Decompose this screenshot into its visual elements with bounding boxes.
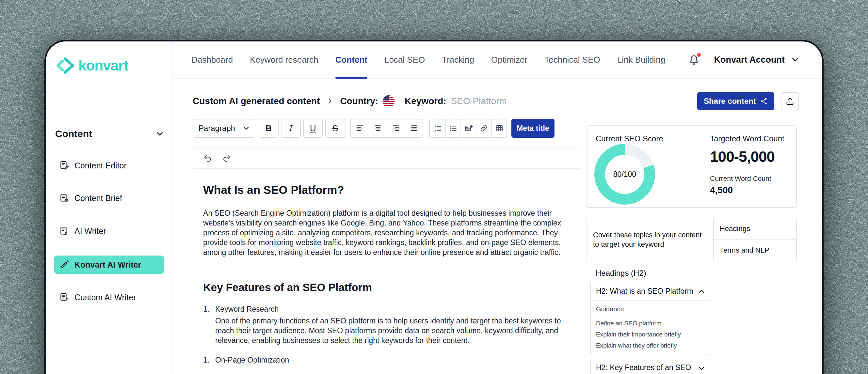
strikethrough-button[interactable]: S	[325, 119, 345, 138]
export-button[interactable]	[781, 92, 799, 110]
chevron-down-icon	[698, 365, 705, 372]
account-name: Konvart Account	[714, 55, 785, 65]
sidebar-item-content-brief[interactable]: Content Brief	[54, 189, 164, 207]
topics-card: Cover these topics in your content to ta…	[586, 218, 797, 262]
list-item-title: On-Page Optimization	[215, 356, 289, 365]
topics-prompt: Cover these topics in your content to ta…	[587, 218, 714, 261]
block-format-select[interactable]: Paragraph	[193, 119, 255, 138]
seo-score-value: 80/100	[594, 144, 655, 205]
chevron-up-icon	[698, 288, 705, 295]
guidance-link[interactable]: Guidance	[596, 305, 624, 313]
insert-link-icon	[480, 124, 488, 133]
share-nodes-icon	[760, 97, 768, 105]
underline-button[interactable]: U	[303, 119, 323, 138]
heading-card-title: H2: What is an SEO Platform	[596, 286, 693, 296]
heading-card-expanded: H2: What is an SEO Platform Guidance Def…	[590, 282, 710, 355]
chevron-down-icon	[243, 125, 249, 132]
align-justify-button[interactable]	[405, 120, 423, 137]
editor-h2: Key Features of an SEO Platform	[203, 281, 570, 294]
current-word-count-value: 4,500	[710, 185, 784, 196]
konvart-diamond-icon	[55, 57, 75, 74]
align-justify-icon	[410, 124, 418, 133]
redo-button[interactable]	[221, 153, 232, 164]
nav-item-optimizer[interactable]: Optimizer	[491, 41, 527, 78]
tab-terms-nlp[interactable]: Terms and NLP	[714, 240, 796, 261]
list-item: 1. On-Page Optimization	[203, 356, 570, 365]
heading-card-body: Guidance Define an SEO platform Explain …	[591, 301, 710, 355]
italic-button[interactable]: I	[281, 119, 301, 138]
content-editor-panel: What Is an SEO Platform? An SEO (Search …	[193, 147, 580, 374]
sidebar-item-ai-writer[interactable]: AI Writer	[54, 222, 164, 240]
alignment-group	[350, 119, 423, 138]
insert-image-button[interactable]	[461, 120, 476, 137]
ordered-list-button[interactable]: 1 2	[430, 120, 445, 137]
nav-item-dashboard[interactable]: Dashboard	[191, 41, 233, 78]
align-center-button[interactable]	[369, 120, 386, 137]
document-pen-icon	[59, 226, 69, 236]
keyword-value: SEO Platform	[451, 96, 507, 106]
sidebar-section-title: Content	[55, 128, 92, 139]
sidebar-item-label: AI Writer	[74, 227, 106, 236]
nav-item-tracking[interactable]: Tracking	[442, 41, 474, 78]
upload-icon	[785, 97, 795, 106]
heading-card-toggle[interactable]: H2: Key Features of an SEO Platform	[591, 359, 710, 374]
sidebar-item-label: Konvart AI Writer	[74, 260, 141, 270]
editor-intro-paragraph: An SEO (Search Engine Optimization) plat…	[203, 208, 570, 257]
guidance-point: Explain their importance briefly	[596, 331, 704, 338]
nav-item-technical-seo[interactable]: Technical SEO	[545, 41, 600, 78]
nav-item-content[interactable]: Content	[335, 41, 367, 78]
breadcrumb-chevron-icon	[326, 98, 334, 105]
block-format-value: Paragraph	[198, 124, 235, 133]
sidebar-section-content[interactable]: Content	[55, 128, 164, 139]
guidance-point: Explain what they offer briefly	[596, 342, 704, 349]
brand-logo[interactable]: konvart	[55, 57, 128, 74]
targeted-word-count-title: Targeted Word Count	[710, 134, 784, 143]
insert-table-button[interactable]	[491, 120, 506, 137]
bold-button[interactable]: B	[259, 119, 279, 138]
notifications-button[interactable]	[688, 54, 700, 66]
page: konvart Content Content Editor	[0, 0, 868, 374]
sidebar-item-label: Custom AI Writer	[74, 293, 136, 302]
app-window: konvart Content Content Editor	[46, 41, 822, 374]
ordered-list-icon: 1 2	[433, 124, 442, 133]
meta-title-button[interactable]: Meta title	[512, 119, 555, 138]
headings-section-label: Headings (H2)	[596, 269, 797, 278]
list-item-number: 1.	[203, 356, 215, 365]
share-content-button[interactable]: Share content	[697, 92, 774, 110]
nav-item-keyword-research[interactable]: Keyword research	[250, 41, 318, 78]
svg-text:1: 1	[434, 125, 436, 128]
sidebar-item-label: Content Editor	[74, 161, 127, 170]
tab-headings[interactable]: Headings	[714, 218, 796, 240]
account-menu[interactable]: Konvart Account	[714, 55, 799, 65]
insert-group: 1 2	[429, 119, 507, 138]
redo-icon	[222, 154, 231, 163]
document-gear-icon	[59, 193, 69, 203]
undo-icon	[203, 154, 212, 163]
undo-button[interactable]	[203, 153, 213, 164]
notification-dot	[697, 53, 701, 57]
current-word-count-label: Current Word Count	[710, 175, 784, 182]
bullet-list-icon	[449, 124, 458, 133]
targeted-word-count-range: 100-5,000	[710, 148, 784, 166]
nav-right: Konvart Account	[688, 41, 799, 78]
bullet-list-button[interactable]	[445, 120, 461, 137]
sidebar-item-konvart-ai-writer[interactable]: Konvart AI Writer	[54, 256, 164, 274]
sidebar-item-content-editor[interactable]: Content Editor	[54, 156, 164, 175]
device-frame: konvart Content Content Editor	[44, 40, 824, 374]
page-header: Custom AI generated content Country: Key…	[193, 91, 799, 111]
editor-history-bar	[193, 148, 580, 169]
list-item: 1. Keyword Research One of the primary f…	[203, 305, 570, 345]
insert-link-button[interactable]	[476, 120, 491, 137]
us-flag-icon	[383, 95, 395, 107]
editor-list: 1. Keyword Research One of the primary f…	[203, 305, 570, 365]
guidance-point: Define an SEO platform	[596, 319, 704, 327]
align-left-button[interactable]	[351, 120, 369, 137]
nav-item-link-building[interactable]: Link Building	[617, 41, 665, 78]
editor-text-area[interactable]: What Is an SEO Platform? An SEO (Search …	[193, 169, 580, 365]
seo-score-title: Current SEO Score	[596, 134, 663, 143]
sidebar-item-custom-ai-writer[interactable]: Custom AI Writer	[54, 288, 164, 306]
svg-text:2: 2	[434, 129, 436, 132]
nav-item-local-seo[interactable]: Local SEO	[384, 41, 425, 78]
align-right-button[interactable]	[386, 120, 405, 137]
heading-card-toggle[interactable]: H2: What is an SEO Platform	[591, 282, 710, 301]
